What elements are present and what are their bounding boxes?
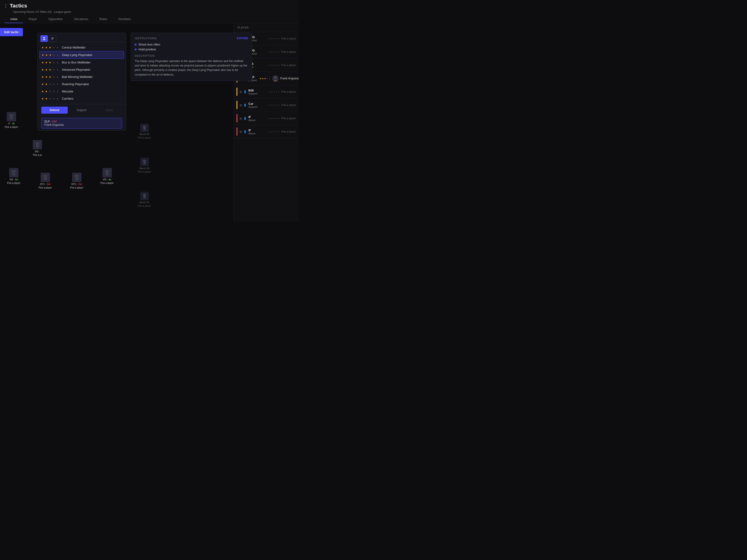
- role-item-rp[interactable]: ★ ★ ★ ★ ★ Roaming Playmaker: [37, 80, 126, 88]
- field-player-wb-right[interactable]: WB - Au Pick a player: [100, 168, 114, 184]
- sidebar-stars-if1: ★ ★ ★ ★ ★: [268, 117, 280, 120]
- sidebar-stars-btb: ★ ★ ★ ★ ★: [268, 90, 280, 93]
- bench-pick-05: Pick a player: [138, 205, 151, 207]
- btb-role: BtB -: [35, 150, 40, 153]
- role-item-bwm[interactable]: ★ ★ ★ ★ ★ Ball Winning Midfielder: [37, 73, 126, 80]
- expand-button[interactable]: EXPAND: [237, 37, 248, 40]
- sidebar-row-btb[interactable]: ▦ 👤 BtB Support ★ ★ ★ ★ ★ Pick a player: [234, 85, 299, 99]
- role-name-bwm: Ball Winning Midfielder: [62, 75, 122, 79]
- tab-numbers[interactable]: Numbers: [113, 16, 136, 23]
- player-icon-6: 👤: [243, 103, 247, 107]
- player-shirt-wb-right: [102, 168, 112, 177]
- sidebar-row-if-2[interactable]: ▦ 👤 IF Attack ★ ★ ★ ★ ★ Pick a player: [234, 125, 299, 138]
- tab-player[interactable]: Player: [23, 16, 43, 23]
- wb-left-pick: Pick a player: [7, 182, 20, 184]
- tactics-icon-5: ▦: [239, 90, 242, 94]
- edit-tactic-button[interactable]: Edit tactic: [0, 28, 23, 36]
- star4: ★: [53, 90, 56, 93]
- sidebar-role-name-car: Car: [248, 102, 267, 105]
- sidebar-icons-6: ▦ 👤: [239, 103, 247, 107]
- player-shirt-wb-left: [9, 168, 19, 177]
- bench-shirt-03: [140, 124, 149, 132]
- wb-right-role: WB - Au: [103, 178, 111, 181]
- instructions-header: INSTRUCTIONS EXPAND: [135, 37, 248, 40]
- field-player-bpd2[interactable]: BPD - Def Pick a player: [70, 173, 83, 189]
- sidebar-pick-if1: Pick a player: [281, 117, 296, 120]
- star1: ★: [41, 68, 45, 72]
- star3: ★: [49, 53, 52, 57]
- star2: ★: [45, 90, 48, 93]
- player-shirt-if-at: [7, 112, 16, 121]
- instruction-bullet-1: Shoot less often: [135, 43, 248, 46]
- current-selection: DLP - Def Frank Anguissa: [41, 118, 122, 129]
- field-player-wb-left[interactable]: WB - Au Pick a player: [7, 168, 20, 184]
- star1: ★: [41, 90, 45, 93]
- role-tab-info[interactable]: [49, 35, 56, 42]
- sidebar-stars-car: ★ ★ ★ ★ ★: [268, 104, 280, 106]
- role-tab-player[interactable]: [41, 35, 48, 42]
- svg-rect-2: [51, 38, 54, 39]
- bench-slot-03: Bench 03 Pick a player: [138, 124, 151, 139]
- sidebar-icons-5: ▦ 👤: [239, 90, 247, 94]
- tab-roles[interactable]: Roles: [94, 16, 113, 23]
- tab-set-pieces[interactable]: Set pieces: [69, 16, 94, 23]
- bench-area: Bench 03 Pick a player Bench 04 Pick a p…: [138, 124, 151, 222]
- star1: ★: [41, 97, 45, 100]
- sidebar-player-dlp: Frank Anguissa: [272, 75, 299, 82]
- role-item-car[interactable]: ★ ★ ★ ★ ★ Carrilero: [37, 95, 126, 102]
- bullet-dot-1: [135, 44, 136, 46]
- star5: ★: [56, 61, 59, 64]
- bench-label-03: Bench 03: [139, 133, 149, 136]
- tab-opposition[interactable]: Opposition: [43, 16, 69, 23]
- star2: ★: [45, 46, 48, 49]
- page-title: Tactics: [10, 3, 27, 9]
- role-item-cm[interactable]: ★ ★ ★ ★ ★ Central Midfielder: [37, 44, 126, 51]
- instructions-title: INSTRUCTIONS: [135, 37, 157, 40]
- star4: ★: [53, 53, 56, 57]
- field-player-if-at[interactable]: IF - At Pick a player: [5, 112, 18, 128]
- current-role-line: DLP - Def: [44, 120, 119, 123]
- sidebar-pick-if2: Pick a player: [281, 130, 296, 133]
- svg-point-4: [274, 76, 277, 79]
- star3: ★: [49, 75, 52, 79]
- role-item-ap[interactable]: ★ ★ ★ ★ ★ Advanced Playmaker: [37, 66, 126, 73]
- sidebar-strip-red-2: [236, 127, 237, 136]
- duty-attack-button[interactable]: Attack: [96, 107, 122, 114]
- role-item-mez[interactable]: ★ ★ ★ ★ ★ Mezzala: [37, 88, 126, 95]
- role-item-dlp[interactable]: ★ ★ ★ ★ ★ Deep Lying Playmaker: [40, 51, 124, 59]
- star2: ★: [45, 68, 48, 72]
- role-panel: ★ ★ ★ ★ ★ Central Midfielder ★ ★ ★ ★ ★ D…: [37, 33, 126, 131]
- btb-pick: Pick a pl: [33, 154, 42, 156]
- duty-defend-button[interactable]: Defend: [41, 107, 68, 114]
- role-stars-rp: ★ ★ ★ ★ ★: [41, 83, 59, 86]
- star4: ★: [53, 61, 56, 64]
- player-icon-8: 👤: [243, 130, 247, 133]
- star2: ★: [45, 53, 49, 57]
- duty-bar: Defend Support Attack: [37, 104, 126, 116]
- sidebar-icons-8: ▦ 👤: [239, 130, 247, 133]
- bench-pick-03: Pick a player: [138, 136, 151, 139]
- sidebar-role-info-if2: IF Attack: [248, 129, 267, 135]
- bpd1-pick: Pick a player: [38, 186, 52, 189]
- tab-overview[interactable]: rview: [5, 16, 23, 23]
- field-player-bpd1[interactable]: BPD - Def Pick a player: [38, 173, 52, 189]
- arrow-up-icon[interactable]: ▲: [5, 3, 7, 6]
- star2: ★: [45, 97, 48, 100]
- player-shirt-bpd1: [41, 173, 50, 182]
- bench-shirt-05: [140, 192, 149, 200]
- sidebar-row-if-1[interactable]: ▦ 👤 IF Attack ★ ★ ★ ★ ★ Pick a player: [234, 112, 299, 125]
- star3: ★: [49, 90, 52, 93]
- star3: ★: [49, 61, 52, 64]
- wb-right-pick: Pick a player: [100, 182, 114, 184]
- sidebar-row-car[interactable]: ▦ 👤 Car Support ★ ★ ★ ★ ★ Pick a player: [234, 99, 299, 112]
- role-item-btb[interactable]: ★ ★ ★ ★ ★ Box to Box Midfielder: [37, 59, 126, 66]
- star1: ★: [42, 53, 45, 57]
- sidebar-role-duty-car: Support: [248, 105, 267, 108]
- field-player-btb[interactable]: BtB - Pick a pl: [33, 140, 42, 156]
- star5: ★: [56, 83, 59, 86]
- star1: ★: [41, 46, 45, 49]
- bench-slot-05: Bench 05 Pick a player: [138, 192, 151, 207]
- duty-support-button[interactable]: Support: [69, 107, 95, 114]
- player-icon-7: 👤: [243, 116, 247, 120]
- arrow-down-icon[interactable]: ▼: [5, 6, 7, 8]
